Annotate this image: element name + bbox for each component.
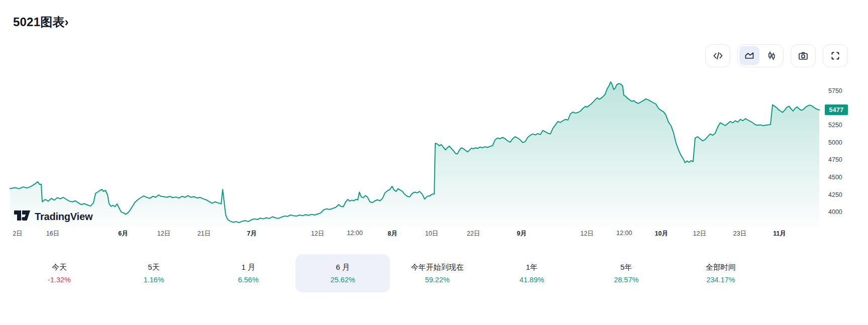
period-label: 今天: [52, 263, 67, 272]
period-button-7[interactable]: 全部时间234.17%: [673, 254, 768, 292]
x-axis-tick: 16日: [46, 230, 59, 238]
x-axis-tick: 21日: [198, 230, 211, 238]
x-axis-tick: 9月: [517, 230, 526, 238]
y-axis-tick: 5250: [828, 122, 842, 129]
period-button-2[interactable]: 1 月6.56%: [201, 254, 296, 292]
period-button-5[interactable]: 1年41.89%: [485, 254, 579, 292]
period-change-value: 41.89%: [519, 276, 544, 284]
y-axis-tick: 4000: [828, 208, 842, 215]
period-button-6[interactable]: 5年28.57%: [579, 254, 673, 292]
period-label: 5年: [620, 263, 632, 272]
period-change-value: 25.62%: [330, 276, 355, 284]
current-price-badge: 5477: [825, 104, 848, 115]
x-axis-tick: 2日: [13, 230, 22, 238]
period-label: 1 月: [241, 263, 255, 272]
period-button-1[interactable]: 5天1.16%: [107, 254, 201, 292]
x-axis-tick: 12:00: [616, 230, 632, 237]
period-label: 全部时间: [706, 263, 736, 272]
x-axis-tick: 23日: [733, 230, 746, 238]
x-axis-tick: 12日: [157, 230, 170, 238]
x-axis-tick: 12日: [693, 230, 706, 238]
y-axis-tick: 4250: [828, 191, 842, 198]
period-label: 今年开始到现在: [411, 263, 464, 272]
tradingview-logo-text: TradingView: [35, 211, 92, 223]
y-axis-tick: 5750: [828, 87, 842, 94]
y-axis-tick: 5000: [828, 139, 842, 146]
x-axis-tick: 12日: [311, 230, 324, 238]
tradingview-logo[interactable]: TradingView: [14, 210, 92, 223]
period-change-value: 28.57%: [614, 276, 638, 284]
x-axis-tick: 11月: [773, 230, 786, 238]
x-axis-tick: 22日: [467, 230, 480, 238]
period-label: 1年: [526, 263, 537, 272]
y-axis-tick: 4750: [828, 156, 842, 163]
x-axis-tick: 10日: [425, 230, 438, 238]
period-button-0[interactable]: 今天-1.32%: [12, 254, 107, 292]
y-axis-tick: 4500: [828, 174, 842, 181]
x-axis-tick: 6月: [118, 230, 128, 238]
x-axis-tick: 8月: [388, 230, 397, 238]
x-axis-tick: 12日: [581, 230, 594, 238]
period-button-3[interactable]: 6 月25.62%: [296, 254, 390, 292]
x-axis-tick: 7月: [247, 230, 256, 238]
period-change-value: 234.17%: [706, 276, 735, 284]
x-axis-tick: 12:00: [347, 230, 362, 237]
period-change-value: -1.32%: [48, 276, 71, 284]
period-button-4[interactable]: 今年开始到现在59.22%: [390, 254, 485, 292]
period-label: 5天: [148, 263, 159, 272]
period-change-value: 59.22%: [425, 276, 449, 284]
period-selector-row: 今天-1.32%5天1.16%1 月6.56%6 月25.62%今年开始到现在5…: [12, 254, 768, 292]
x-axis-tick: 10月: [655, 230, 668, 238]
period-change-value: 6.56%: [238, 276, 258, 284]
tradingview-mark-icon: [14, 210, 31, 223]
area-fill: [10, 82, 819, 227]
period-label: 6 月: [336, 263, 350, 272]
period-change-value: 1.16%: [143, 276, 164, 284]
